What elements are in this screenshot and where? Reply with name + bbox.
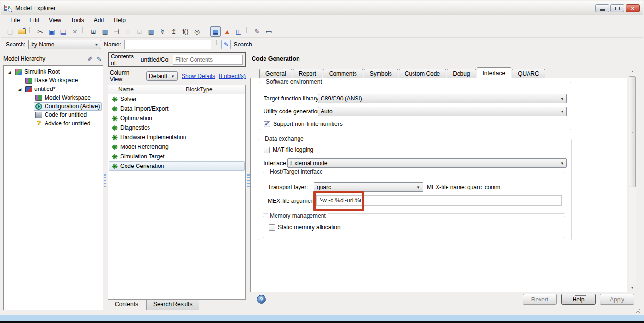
- column-view-dropdown[interactable]: Default ▼: [146, 71, 178, 81]
- cut-icon[interactable]: ✂: [35, 26, 46, 37]
- search-options-icon[interactable]: ✎: [221, 40, 231, 49]
- Optimization[interactable]: Optimization: [109, 113, 245, 123]
- resize-grip[interactable]: [635, 309, 641, 314]
- vertical-scrollbar[interactable]: ▲ ≡ ▼: [628, 67, 636, 291]
- Diagnostics[interactable]: Diagnostics: [109, 123, 245, 133]
- Model Referencing[interactable]: Model Referencing: [109, 142, 245, 152]
- transport-layer-dropdown[interactable]: quarc ▼: [314, 182, 423, 192]
- fit-view-icon[interactable]: ▭: [264, 26, 274, 37]
- tree-item[interactable]: Model Workspace: [4, 93, 103, 102]
- dialog-tab[interactable]: Interface: [477, 67, 512, 78]
- tree-item[interactable]: ◢ Simulink Root: [4, 67, 103, 76]
- title-bar[interactable]: Model Explorer ✕: [1, 1, 643, 15]
- highlight-icon[interactable]: ✎: [252, 26, 263, 37]
- model-icon: [25, 86, 32, 92]
- scrollbar-thumb[interactable]: ≡: [629, 76, 636, 187]
- menu-item[interactable]: Edit: [24, 16, 44, 25]
- menu-item[interactable]: Add: [89, 16, 109, 25]
- paste-icon[interactable]: ▤: [58, 26, 69, 37]
- mat-file-logging-checkbox[interactable]: [264, 147, 270, 153]
- separator[interactable]: [82, 27, 86, 36]
- dialog-tab[interactable]: Debug: [447, 69, 476, 78]
- dialog-title: Code Generation: [252, 56, 300, 62]
- table-header[interactable]: Name BlockType: [108, 85, 245, 94]
- dialog-tab[interactable]: QUARC: [512, 69, 545, 78]
- tree-item[interactable]: Base Workspace: [4, 76, 103, 85]
- close-button[interactable]: ✕: [626, 4, 640, 12]
- Hardware Implementation[interactable]: Hardware Implementation: [109, 133, 245, 142]
- model-browser-icon[interactable]: ◫: [233, 26, 244, 37]
- target-icon[interactable]: ◎: [192, 26, 202, 37]
- column-header-blocktype[interactable]: BlockType: [184, 85, 212, 94]
- expander-icon[interactable]: ◢: [16, 87, 23, 91]
- left-splitter-handle[interactable]: [104, 174, 106, 187]
- show-details-link[interactable]: Show Details: [182, 73, 215, 79]
- revert-button[interactable]: Revert: [523, 294, 557, 305]
- filter-contents-input[interactable]: [173, 55, 243, 65]
- tree-item-label: Advice for untitled: [45, 120, 90, 127]
- connect-icon[interactable]: ⊣: [111, 26, 122, 37]
- Data Import/Export[interactable]: Data Import/Export: [109, 104, 245, 113]
- column-header-name[interactable]: Name: [108, 86, 184, 93]
- search-button[interactable]: Search: [234, 41, 252, 48]
- tree-item[interactable]: Configuration (Active): [4, 102, 103, 111]
- subsystem-icon[interactable]: ⊡: [134, 26, 145, 37]
- help-button[interactable]: Help: [561, 294, 596, 305]
- menu-item[interactable]: View: [44, 16, 66, 25]
- search-mode-dropdown[interactable]: by Name ▼: [28, 40, 101, 49]
- maximize-button[interactable]: [610, 4, 624, 12]
- help-icon[interactable]: ?: [257, 295, 266, 304]
- expander-icon[interactable]: ◢: [6, 70, 13, 74]
- scroll-up-icon[interactable]: ▲: [628, 67, 636, 75]
- dialog-tab[interactable]: General: [259, 69, 292, 78]
- matrix2-icon[interactable]: ▥: [146, 26, 156, 37]
- transport-layer-label: Transport layer:: [268, 184, 308, 190]
- dialog-tab[interactable]: Symbols: [364, 69, 398, 78]
- filter-pencil-icon[interactable]: ✐: [87, 56, 92, 63]
- matlab-icon[interactable]: ▲: [222, 26, 232, 37]
- copy-icon[interactable]: ▣: [46, 26, 57, 37]
- panel-tab[interactable]: Contents: [108, 300, 145, 310]
- menu-item[interactable]: Help: [109, 16, 130, 25]
- menu-item[interactable]: Tools: [66, 16, 89, 25]
- tree-item-label: Model Workspace: [45, 94, 91, 101]
- add-block-icon[interactable]: ⊞: [88, 26, 99, 37]
- name-input[interactable]: [124, 40, 211, 49]
- view-options-icon[interactable]: ✎: [96, 56, 102, 63]
- step-input-icon[interactable]: ↥: [169, 26, 179, 37]
- dialog-tab[interactable]: Report: [293, 69, 322, 78]
- delete-icon[interactable]: ✕: [69, 26, 80, 37]
- function-icon[interactable]: f(): [180, 26, 191, 37]
- dialog-tab[interactable]: Custom Code: [399, 69, 446, 78]
- tree-item[interactable]: Code for untitled: [4, 111, 103, 119]
- Code Generation[interactable]: Code Generation: [109, 161, 245, 171]
- matrix-icon[interactable]: ▥: [100, 26, 110, 37]
- Solver[interactable]: Solver: [109, 94, 245, 104]
- lookup-icon[interactable]: ◌: [123, 26, 133, 37]
- interface-dropdown[interactable]: External mode ▼: [288, 158, 567, 168]
- static-memory-label: Static memory allocation: [278, 224, 341, 231]
- open-icon[interactable]: [16, 26, 27, 37]
- model-explorer-view-icon[interactable]: ▦: [210, 26, 221, 37]
- panel-tab[interactable]: Search Results: [146, 300, 199, 310]
- new-icon[interactable]: ▢: [5, 26, 15, 37]
- menu-item[interactable]: File: [6, 16, 24, 25]
- tree-item[interactable]: Advice for untitled: [4, 119, 103, 128]
- update-diagram-icon[interactable]: ↯: [157, 26, 168, 37]
- Simulation Target[interactable]: Simulation Target: [109, 152, 245, 161]
- support-non-finite-checkbox[interactable]: [264, 121, 270, 127]
- tree-item[interactable]: ◢ untitled*: [4, 85, 103, 93]
- static-memory-checkbox[interactable]: [269, 224, 275, 231]
- object-count-link[interactable]: 8 object(s): [219, 73, 246, 79]
- right-splitter-handle[interactable]: [247, 174, 250, 187]
- dialog-tab[interactable]: Comments: [323, 69, 363, 78]
- scroll-down-icon[interactable]: ▼: [628, 284, 636, 291]
- minimize-button[interactable]: [595, 4, 609, 12]
- apply-button[interactable]: Apply: [600, 294, 634, 305]
- target-function-library-dropdown[interactable]: C89/C90 (ANSI) ▼: [318, 94, 567, 103]
- separator[interactable]: [246, 27, 250, 36]
- data-exchange-group: Data exchange MAT-file logging Interface…: [258, 139, 572, 240]
- separator[interactable]: [205, 27, 208, 36]
- utility-code-generation-dropdown[interactable]: Auto ▼: [318, 107, 567, 116]
- separator[interactable]: [29, 27, 33, 36]
